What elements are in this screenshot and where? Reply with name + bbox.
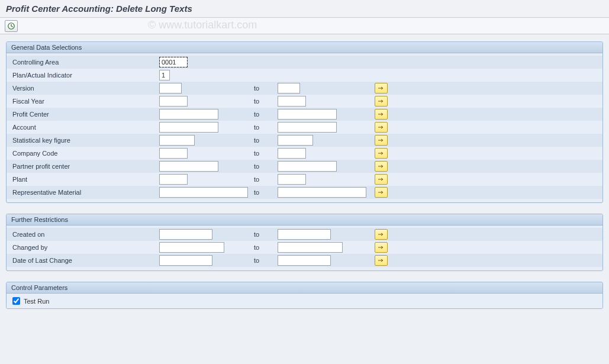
input-plan-actual[interactable] (159, 70, 170, 80)
input-version-to[interactable] (278, 83, 300, 94)
to-label-last-change: to (254, 257, 278, 264)
input-plant-to[interactable] (278, 174, 306, 185)
input-changed-by-from[interactable] (159, 242, 224, 253)
execute-button[interactable] (5, 20, 18, 32)
input-created-on-from[interactable] (159, 229, 212, 240)
arrow-right-icon (378, 163, 385, 169)
row-changed-by: Changed by to (7, 241, 602, 254)
multi-select-company-code[interactable] (375, 148, 388, 159)
title-bar: Profit Center Accounting: Delete Long Te… (0, 0, 609, 18)
page-title: Profit Center Accounting: Delete Long Te… (6, 4, 603, 14)
input-plant-from[interactable] (159, 174, 188, 185)
input-account-from[interactable] (159, 122, 218, 133)
to-label-account: to (254, 124, 278, 131)
input-stat-key-from[interactable] (159, 135, 195, 146)
input-fiscal-year-to[interactable] (278, 96, 306, 107)
arrow-right-icon (378, 85, 385, 91)
multi-select-version[interactable] (375, 83, 388, 94)
arrow-right-icon (378, 137, 385, 143)
input-company-code-to[interactable] (278, 148, 306, 159)
label-changed-by: Changed by (11, 244, 159, 251)
input-account-to[interactable] (278, 122, 337, 133)
label-plant: Plant (11, 176, 159, 183)
input-profit-center-to[interactable] (278, 109, 337, 120)
multi-select-last-change[interactable] (375, 255, 388, 266)
multi-select-account[interactable] (375, 122, 388, 133)
multi-select-created-on[interactable] (375, 229, 388, 240)
input-partner-pc-to[interactable] (278, 161, 337, 172)
input-fiscal-year-from[interactable] (159, 96, 188, 107)
arrow-right-icon (378, 111, 385, 117)
multi-select-changed-by[interactable] (375, 242, 388, 253)
input-rep-material-from[interactable] (159, 187, 248, 198)
label-fiscal-year: Fiscal Year (11, 98, 159, 105)
checkbox-test-run[interactable] (12, 297, 20, 305)
multi-select-plant[interactable] (375, 174, 388, 185)
label-last-change: Date of Last Change (11, 257, 159, 264)
row-fiscal-year: Fiscal Year to (7, 95, 602, 108)
input-company-code-from[interactable] (159, 148, 188, 159)
row-created-on: Created on to (7, 228, 602, 241)
group-body-further: Created on to Changed by to Date of Last… (7, 226, 602, 270)
multi-select-stat-key[interactable] (375, 135, 388, 146)
label-controlling-area: Controlling Area (11, 59, 159, 66)
group-header-control: Control Parameters (7, 282, 602, 294)
label-plan-actual: Plan/Actual Indicator (11, 72, 159, 79)
input-stat-key-to[interactable] (278, 135, 313, 146)
row-partner-pc: Partner profit center to (7, 160, 602, 173)
label-rep-material: Representative Material (11, 189, 159, 196)
row-last-change: Date of Last Change to (7, 254, 602, 267)
group-header-general: General Data Selections (7, 42, 602, 53)
clock-execute-icon (7, 22, 15, 30)
input-created-on-to[interactable] (278, 229, 331, 240)
label-account: Account (11, 124, 159, 131)
to-label-rep-material: to (254, 189, 278, 196)
input-partner-pc-from[interactable] (159, 161, 218, 172)
multi-select-fiscal-year[interactable] (375, 96, 388, 107)
to-label-stat-key: to (254, 137, 278, 144)
to-label-changed-by: to (254, 244, 278, 251)
label-version: Version (11, 85, 159, 92)
group-general-data: General Data Selections Controlling Area… (6, 41, 603, 203)
label-company-code: Company Code (11, 150, 159, 157)
multi-select-profit-center[interactable] (375, 109, 388, 120)
input-last-change-to[interactable] (278, 255, 331, 266)
arrow-right-icon (378, 150, 385, 156)
row-profit-center: Profit Center to (7, 108, 602, 121)
label-test-run: Test Run (24, 298, 49, 305)
input-last-change-from[interactable] (159, 255, 212, 266)
label-stat-key-figure: Statistical key figure (11, 137, 159, 144)
input-profit-center-from[interactable] (159, 109, 218, 120)
to-label-plant: to (254, 176, 278, 183)
input-controlling-area[interactable] (159, 57, 188, 67)
group-header-further: Further Restrictions (7, 214, 602, 226)
row-account: Account to (7, 121, 602, 134)
row-company-code: Company Code to (7, 147, 602, 160)
to-label-profit-center: to (254, 111, 278, 118)
to-label-company-code: to (254, 150, 278, 157)
row-controlling-area: Controlling Area (7, 56, 602, 69)
row-stat-key-figure: Statistical key figure to (7, 134, 602, 147)
input-rep-material-to[interactable] (278, 187, 366, 198)
row-plant: Plant to (7, 173, 602, 186)
to-label-created-on: to (254, 231, 278, 238)
arrow-right-icon (378, 231, 385, 237)
group-further-restrictions: Further Restrictions Created on to Chang… (6, 214, 603, 271)
multi-select-partner-pc[interactable] (375, 161, 388, 172)
label-created-on: Created on (11, 231, 159, 238)
arrow-right-icon (378, 189, 385, 195)
label-partner-pc: Partner profit center (11, 163, 159, 170)
label-profit-center: Profit Center (11, 111, 159, 118)
row-plan-actual: Plan/Actual Indicator (7, 69, 602, 82)
arrow-right-icon (378, 176, 385, 182)
to-label-version: to (254, 85, 278, 92)
to-label-fiscal-year: to (254, 98, 278, 105)
row-rep-material: Representative Material to (7, 186, 602, 199)
row-version: Version to (7, 82, 602, 95)
input-changed-by-to[interactable] (278, 242, 343, 253)
input-version-from[interactable] (159, 83, 182, 94)
multi-select-rep-material[interactable] (375, 187, 388, 198)
arrow-right-icon (378, 257, 385, 263)
arrow-right-icon (378, 124, 385, 130)
to-label-partner-pc: to (254, 163, 278, 170)
